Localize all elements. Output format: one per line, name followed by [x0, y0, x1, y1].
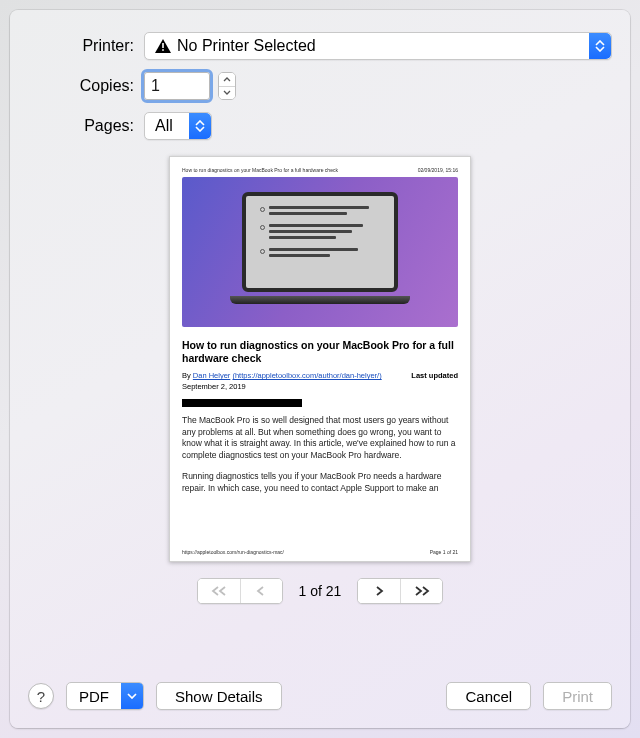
- dropdown-chevrons-icon: [189, 113, 211, 139]
- byline-prefix: By: [182, 371, 193, 380]
- show-details-button[interactable]: Show Details: [156, 682, 282, 710]
- article-date: September 2, 2019: [182, 382, 458, 391]
- help-button[interactable]: ?: [28, 683, 54, 709]
- page-footer-url: https://appletoolbox.com/run-diagnostics…: [182, 549, 284, 555]
- pages-row: Pages: All: [28, 112, 612, 140]
- printer-row: Printer: No Printer Selected: [28, 32, 612, 60]
- author-link: Dan Helyer: [193, 371, 231, 380]
- preview-page: How to run diagnostics on your MacBook P…: [169, 156, 471, 562]
- paragraph-2: Running diagnostics tells you if your Ma…: [182, 471, 458, 494]
- article-title: How to run diagnostics on your MacBook P…: [182, 339, 458, 365]
- printer-label: Printer:: [28, 37, 144, 55]
- help-icon: ?: [37, 688, 45, 705]
- author: By Dan Helyer (https://appletoolbox.com/…: [182, 371, 382, 380]
- chevron-down-icon: [121, 683, 143, 709]
- bottom-toolbar: ? PDF Show Details Cancel Print: [28, 682, 612, 710]
- pages-select[interactable]: All: [144, 112, 212, 140]
- printer-selected-text: No Printer Selected: [177, 37, 316, 55]
- page-header-right: 02/09/2019, 15:16: [418, 167, 458, 173]
- redacted-block: [182, 399, 302, 407]
- warning-icon: [155, 39, 171, 53]
- first-page-button[interactable]: [198, 579, 240, 603]
- author-url: (https://appletoolbox.com/author/dan-hel…: [232, 371, 381, 380]
- dropdown-chevrons-icon: [589, 33, 611, 59]
- page-header-left: How to run diagnostics on your MacBook P…: [182, 167, 338, 173]
- pdf-menu-button[interactable]: PDF: [66, 682, 144, 710]
- page-header: How to run diagnostics on your MacBook P…: [182, 167, 458, 173]
- last-updated-label: Last updated: [411, 371, 458, 380]
- page-navigator: 1 of 21: [197, 578, 444, 604]
- hero-image: [182, 177, 458, 327]
- print-button[interactable]: Print: [543, 682, 612, 710]
- svg-rect-1: [162, 49, 164, 51]
- pager-next-group: [357, 578, 443, 604]
- next-page-button[interactable]: [358, 579, 400, 603]
- copies-row: Copies:: [28, 72, 612, 100]
- page-footer: https://appletoolbox.com/run-diagnostics…: [182, 549, 458, 555]
- paragraph-1: The MacBook Pro is so well designed that…: [182, 415, 458, 461]
- cancel-button[interactable]: Cancel: [446, 682, 531, 710]
- copies-stepper[interactable]: [218, 72, 236, 100]
- print-dialog: Printer: No Printer Selected Copies: Pag…: [10, 10, 630, 728]
- stepper-down[interactable]: [219, 86, 235, 100]
- copies-label: Copies:: [28, 77, 144, 95]
- laptop-illustration: [230, 192, 410, 312]
- stepper-up[interactable]: [219, 73, 235, 86]
- page-count: 1 of 21: [299, 583, 342, 599]
- print-preview: How to run diagnostics on your MacBook P…: [28, 156, 612, 660]
- svg-rect-0: [162, 43, 164, 48]
- page-footer-num: Page 1 of 21: [430, 549, 458, 555]
- last-page-button[interactable]: [400, 579, 442, 603]
- printer-select[interactable]: No Printer Selected: [144, 32, 612, 60]
- pager-prev-group: [197, 578, 283, 604]
- pages-selected-text: All: [155, 117, 173, 135]
- pdf-label: PDF: [67, 688, 121, 705]
- pages-label: Pages:: [28, 117, 144, 135]
- byline: By Dan Helyer (https://appletoolbox.com/…: [182, 371, 458, 380]
- copies-input[interactable]: [144, 72, 210, 100]
- prev-page-button[interactable]: [240, 579, 282, 603]
